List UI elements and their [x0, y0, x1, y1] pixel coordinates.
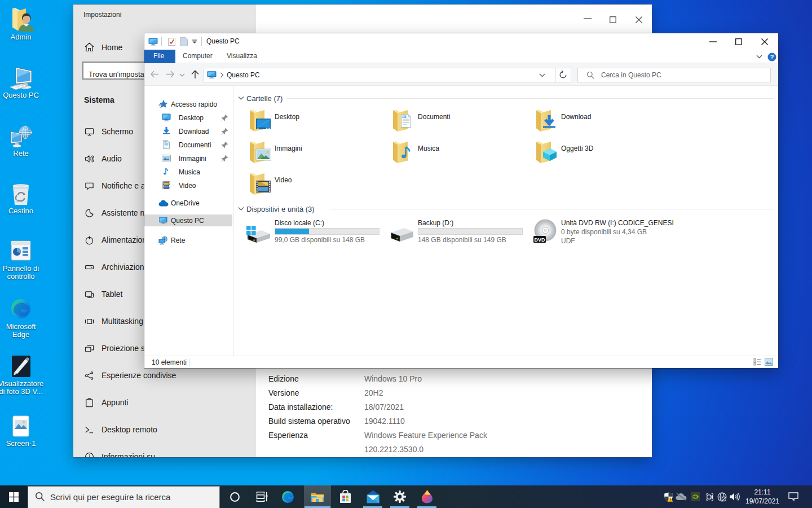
svg-text:DVD: DVD [534, 237, 545, 243]
svg-text:?: ? [770, 54, 774, 60]
